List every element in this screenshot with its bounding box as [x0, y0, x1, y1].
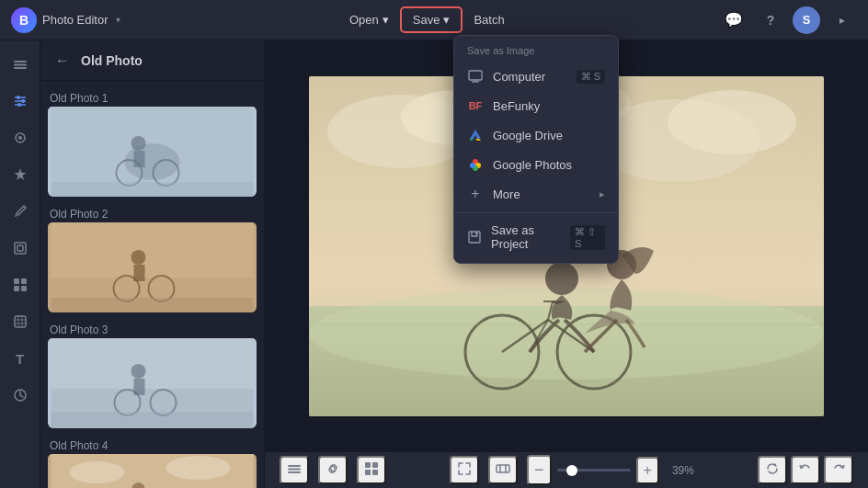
batch-button[interactable]: Batch	[463, 8, 515, 31]
photo-thumb-4	[48, 454, 257, 488]
zoom-slider[interactable]	[557, 469, 631, 471]
topbar: B Photo Editor ▾ Open ▾ Save ▾ Batch 💬 ?…	[0, 0, 868, 40]
photo-item-label: Old Photo 3	[48, 320, 257, 338]
save-befunky-item[interactable]: BF BeFunky	[454, 91, 618, 120]
svg-point-36	[131, 364, 146, 379]
expand-button[interactable]: ▸	[828, 6, 857, 35]
svg-rect-85	[469, 71, 482, 80]
redo-icon	[831, 461, 846, 476]
zoom-fit-icon	[496, 461, 510, 476]
photo-thumb-3	[48, 338, 257, 428]
svg-rect-81	[372, 470, 378, 475]
avatar[interactable]: S	[793, 6, 820, 34]
more-arrow-icon: ▸	[600, 188, 605, 200]
sidebar-list: Old Photo 1	[40, 81, 264, 488]
app-logo: B	[11, 7, 37, 33]
tool-layers[interactable]	[4, 48, 37, 81]
computer-label: Computer	[493, 70, 545, 84]
svg-point-8	[17, 103, 21, 107]
list-item[interactable]: Old Photo 3	[48, 320, 257, 428]
logo-icon	[12, 387, 29, 403]
grid-button[interactable]	[357, 456, 386, 484]
tool-text[interactable]: T	[4, 342, 37, 375]
list-item[interactable]: Old Photo 2	[48, 204, 257, 312]
svg-rect-92	[469, 232, 480, 243]
tool-view[interactable]	[4, 121, 37, 154]
undo-button[interactable]	[791, 456, 820, 484]
list-item[interactable]: Old Photo 4	[48, 436, 257, 488]
fit-screen-icon	[457, 461, 472, 476]
save-project-item[interactable]: Save as Project ⌘ ⇧ S	[454, 217, 618, 257]
app-name: Photo Editor	[42, 13, 108, 27]
link-button[interactable]	[318, 456, 348, 484]
undo-icon	[798, 461, 813, 476]
befunky-label: BeFunky	[493, 99, 540, 113]
tool-retouch[interactable]	[4, 195, 37, 228]
svg-rect-0	[14, 61, 27, 62]
computer-icon	[467, 68, 484, 85]
zoom-out-button[interactable]: −	[527, 455, 552, 485]
svg-point-10	[18, 136, 22, 140]
svg-rect-26	[51, 182, 254, 197]
app-chevron-icon: ▾	[116, 15, 120, 25]
svg-rect-28	[51, 222, 254, 278]
photo-thumb-2	[48, 222, 257, 312]
tool-elements[interactable]	[4, 268, 37, 301]
tool-logo[interactable]	[4, 379, 37, 412]
help-button[interactable]: ?	[756, 6, 785, 35]
avatar-letter: S	[803, 13, 811, 27]
refresh-button[interactable]	[758, 456, 787, 484]
text-icon: T	[16, 351, 24, 367]
save-label: Save	[413, 13, 440, 27]
back-button[interactable]: ←	[51, 51, 74, 71]
svg-rect-93	[475, 232, 477, 234]
fit-screen-button[interactable]	[450, 456, 479, 484]
save-gphotos-item[interactable]: Google Photos	[454, 150, 618, 179]
google-photos-icon	[467, 156, 484, 173]
sidebar-header: ← Old Photo	[40, 40, 264, 81]
bottom-right-icons	[758, 456, 853, 484]
link-icon	[326, 461, 340, 476]
svg-rect-14	[21, 278, 27, 284]
svg-point-22	[131, 136, 146, 151]
svg-rect-82	[497, 465, 509, 472]
computer-shortcut: ⌘ S	[577, 70, 605, 84]
svg-point-6	[21, 99, 25, 103]
befunky-icon: BF	[467, 97, 484, 114]
dropdown-divider	[454, 212, 618, 213]
redo-button[interactable]	[824, 456, 853, 484]
view-icon	[12, 130, 29, 146]
zoom-to-fit-button[interactable]	[488, 456, 518, 484]
tool-frames[interactable]	[4, 232, 37, 265]
svg-rect-76	[288, 469, 301, 471]
bottom-bar: − + 39%	[265, 451, 868, 488]
svg-rect-13	[14, 278, 19, 284]
tool-effects[interactable]	[4, 158, 37, 191]
tool-adjustments[interactable]	[4, 85, 37, 118]
save-project-label: Save as Project	[491, 223, 561, 251]
zoom-in-button[interactable]: +	[636, 457, 659, 484]
comments-button[interactable]: 💬	[719, 6, 748, 35]
tool-textures[interactable]	[4, 305, 37, 338]
svg-rect-2	[14, 67, 27, 69]
batch-label: Batch	[474, 13, 504, 27]
save-more-item[interactable]: + More ▸	[454, 179, 618, 209]
list-item[interactable]: Old Photo 1	[48, 88, 257, 197]
layers-icon	[12, 56, 29, 73]
more-label: More	[493, 187, 520, 201]
svg-rect-77	[288, 471, 301, 473]
svg-rect-12	[17, 245, 23, 251]
save-button[interactable]: Save ▾	[400, 6, 463, 33]
google-drive-icon	[467, 127, 484, 143]
open-chevron-icon: ▾	[383, 13, 389, 27]
layers-toggle-button[interactable]	[280, 456, 309, 484]
save-computer-item[interactable]: Computer ⌘ S	[454, 62, 618, 91]
open-button[interactable]: Open ▾	[338, 8, 400, 31]
gphotos-label: Google Photos	[493, 158, 572, 172]
svg-point-43	[70, 461, 125, 483]
svg-rect-78	[365, 462, 371, 468]
save-gdrive-item[interactable]: Google Drive	[454, 120, 618, 150]
svg-rect-16	[21, 286, 27, 291]
logo-area[interactable]: B Photo Editor ▾	[11, 7, 120, 33]
photo-item-label: Old Photo 4	[48, 436, 257, 454]
